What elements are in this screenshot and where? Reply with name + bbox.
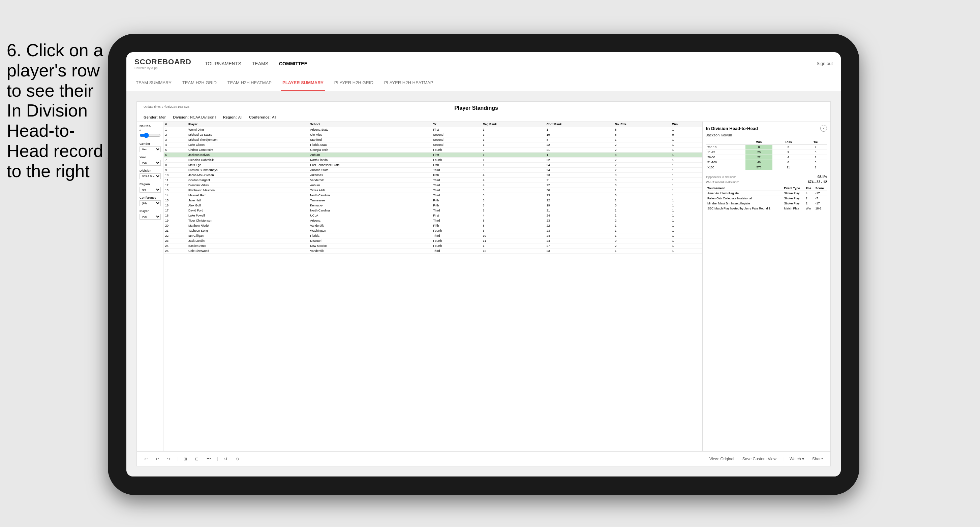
table-row[interactable]: 1 Wenyi Ding Arizona State First 1 1 8 1: [164, 127, 702, 132]
h2h-row: 11-25 20 9 5: [706, 150, 827, 155]
h2h-col-win: Win: [745, 140, 772, 145]
filter-group-player: Player (All): [140, 210, 161, 219]
tablet-frame: SCOREBOARD Powered by clippi TOURNAMENTS…: [108, 34, 859, 495]
refresh-button[interactable]: ↺: [222, 456, 229, 462]
table-row[interactable]: 24 Bastien Amat New Mexico Fourth 1 27 2…: [164, 243, 702, 249]
table-row[interactable]: 17 David Ford North Carolina Third 8 21 …: [164, 208, 702, 213]
nav-committee[interactable]: COMMITTEE: [279, 60, 307, 68]
filter-group-no-rds: No Rds. 6: [140, 124, 161, 139]
h2h-opponents-row: Opponents in division: 98.1%: [706, 175, 827, 179]
filter-group-conference: Conference (All): [140, 196, 161, 206]
gender-select[interactable]: Men: [140, 146, 161, 152]
region-select[interactable]: N/a: [140, 187, 161, 193]
h2h-col-tie: Tie: [804, 140, 827, 145]
table-row[interactable]: 6 Jackson Koivun Auburn First 1 1 8 1: [164, 152, 702, 157]
division-select[interactable]: NCAA Division I: [140, 173, 161, 179]
h2h-row: >100 578 11 1: [706, 165, 827, 170]
table-row[interactable]: 10 Jacob Mou-Olesen Arkansas Fifth 4 23 …: [164, 173, 702, 178]
table-row[interactable]: 14 Maxwell Ford North Carolina Third 8 2…: [164, 193, 702, 198]
update-time: Update time: 27/03/2024 16:56:26: [143, 105, 189, 108]
filter-region: Region: All: [223, 115, 242, 119]
no-rds-slider[interactable]: [140, 133, 161, 138]
table-row[interactable]: 12 Brendan Valles Auburn Third 4 22 0 1: [164, 183, 702, 188]
table-row[interactable]: 19 Tiger Christensen Arizona Third 8 23 …: [164, 218, 702, 223]
undo2-button[interactable]: ↩: [154, 456, 161, 462]
bottom-toolbar: ↩ ↩ ↪ | ⊞ ⊡ ••• | ↺ ⊙ View: Original Sav…: [137, 451, 830, 466]
sign-out-link[interactable]: Sign out: [816, 61, 833, 66]
table-row[interactable]: 23 Jack Lundin Missouri Fourth 11 24 0 1: [164, 238, 702, 243]
col-num: #: [164, 122, 187, 127]
grid-button[interactable]: ⊞: [181, 456, 189, 462]
h2h-panel: In Division Head-to-Head × Jackson Koivu…: [702, 122, 830, 451]
col-reg-rank: Reg Rank: [481, 122, 545, 127]
tournament-header-row: Tournament Event Type Pos Score: [706, 186, 827, 191]
table-row[interactable]: 16 Alex Goff Kentucky Fifth 8 19 0 1: [164, 203, 702, 208]
table-row[interactable]: 11 Gordon Sargent Vanderbilt Third 4 21 …: [164, 178, 702, 183]
player-select[interactable]: (All): [140, 214, 161, 219]
tab-player-h2h-heatmap[interactable]: PLAYER H2H HEATMAP: [383, 75, 434, 91]
player-table-wrap: # Player School Yr Reg Rank Conf Rank No…: [164, 122, 702, 451]
col-no-rds: No. Rds.: [613, 122, 671, 127]
player-table: # Player School Yr Reg Rank Conf Rank No…: [164, 122, 702, 254]
table-row[interactable]: 5 Christo Lamprecht Georgia Tech Fourth …: [164, 148, 702, 152]
table-row[interactable]: 3 Michael Thorbjornsen Stanford Second 1…: [164, 137, 702, 143]
table-row[interactable]: 15 Jake Hall Tennessee Fifth 8 22 1 1: [164, 198, 702, 203]
col-school: School: [309, 122, 432, 127]
h2h-wlt-row: W-L-T record in-division: 674 - 33 - 12: [706, 180, 827, 184]
table-row[interactable]: 22 Ian Gilligan Florida Third 10 24 1 1: [164, 233, 702, 238]
scoreboard-logo: SCOREBOARD Powered by clippi: [134, 57, 191, 70]
share-button[interactable]: Share: [810, 456, 825, 462]
h2h-player-name: Jackson Koivun: [706, 133, 827, 137]
conference-select[interactable]: (All): [140, 200, 161, 206]
h2h-title: In Division Head-to-Head ×: [706, 125, 827, 132]
sidebar-filters: No Rds. 6 Gender Men Year: [137, 122, 164, 451]
tab-player-summary[interactable]: PLAYER SUMMARY: [281, 75, 325, 91]
toolbar-sep1: |: [177, 457, 178, 461]
h2h-close-button[interactable]: ×: [820, 125, 827, 132]
filter-group-region: Region N/a: [140, 183, 161, 193]
table-row[interactable]: 21 Taehoon Song Washington Fourth 6 23 1…: [164, 228, 702, 233]
filter-division: Division: NCAA Division I: [173, 115, 216, 119]
table-row[interactable]: 18 Luke Powell UCLA First 4 24 1 1: [164, 213, 702, 218]
tournament-table: Tournament Event Type Pos Score Amer Ari…: [706, 186, 827, 211]
tab-team-h2h-grid[interactable]: TEAM H2H GRID: [181, 75, 218, 91]
panel-title: Player Standings: [189, 105, 763, 111]
more-button[interactable]: •••: [205, 456, 213, 462]
top-nav: SCOREBOARD Powered by clippi TOURNAMENTS…: [126, 52, 841, 75]
dashboard-panel: Update time: 27/03/2024 16:56:26 Player …: [137, 102, 831, 467]
view-original-button[interactable]: View: Original: [707, 456, 737, 462]
nav-teams[interactable]: TEAMS: [252, 60, 268, 68]
save-custom-button[interactable]: Save Custom View: [740, 456, 778, 462]
table-row[interactable]: 4 Luke Claton Florida State Second 1 22 …: [164, 143, 702, 148]
table-row[interactable]: 8 Mats Ege East Tennessee State Fifth 1 …: [164, 163, 702, 168]
preview-button[interactable]: ⊙: [234, 456, 241, 462]
tab-team-summary[interactable]: TEAM SUMMARY: [134, 75, 173, 91]
toolbar-sep2: |: [217, 457, 218, 461]
table-row[interactable]: 13 Phichaksn Maichon Texas A&M Third 6 3…: [164, 188, 702, 193]
table-row[interactable]: 20 Matthew Riedel Vanderbilt Fifth 8 22 …: [164, 223, 702, 228]
nav-tournaments[interactable]: TOURNAMENTS: [205, 60, 241, 68]
filter-conference: Conference: All: [249, 115, 276, 119]
filter-gender: Gender: Men: [143, 115, 167, 119]
watch-button[interactable]: Watch ▾: [788, 456, 806, 462]
tab-team-h2h-heatmap[interactable]: TEAM H2H HEATMAP: [226, 75, 273, 91]
sub-nav: TEAM SUMMARY TEAM H2H GRID TEAM H2H HEAT…: [126, 75, 841, 91]
table-row[interactable]: 25 Cole Sherwood Vanderbilt Third 12 23 …: [164, 249, 702, 254]
h2h-header-row: Win Loss Tie: [706, 140, 827, 145]
panel-body: No Rds. 6 Gender Men Year: [137, 122, 830, 451]
h2h-row: 51-100 46 6 3: [706, 160, 827, 165]
logo-main: SCOREBOARD: [134, 57, 191, 66]
table-row[interactable]: 7 Nicholas Gabrelcik North Florida Fourt…: [164, 157, 702, 163]
filter-group-gender: Gender Men: [140, 142, 161, 152]
col-win: Win: [671, 122, 702, 127]
col-yr: Yr: [432, 122, 481, 127]
table-row[interactable]: 2 Michael La Sasse Ole Miss Second 1 19 …: [164, 132, 702, 137]
layout-button[interactable]: ⊡: [193, 456, 200, 462]
redo-button[interactable]: ↪: [165, 456, 173, 462]
undo-button[interactable]: ↩: [142, 456, 150, 462]
table-row[interactable]: 9 Preston Summerhays Arizona State Third…: [164, 168, 702, 173]
logo-sub: Powered by clippi: [134, 66, 191, 70]
panel-header: Update time: 27/03/2024 16:56:26 Player …: [137, 102, 830, 113]
tab-player-h2h-grid[interactable]: PLAYER H2H GRID: [333, 75, 375, 91]
year-select[interactable]: (All): [140, 160, 161, 166]
